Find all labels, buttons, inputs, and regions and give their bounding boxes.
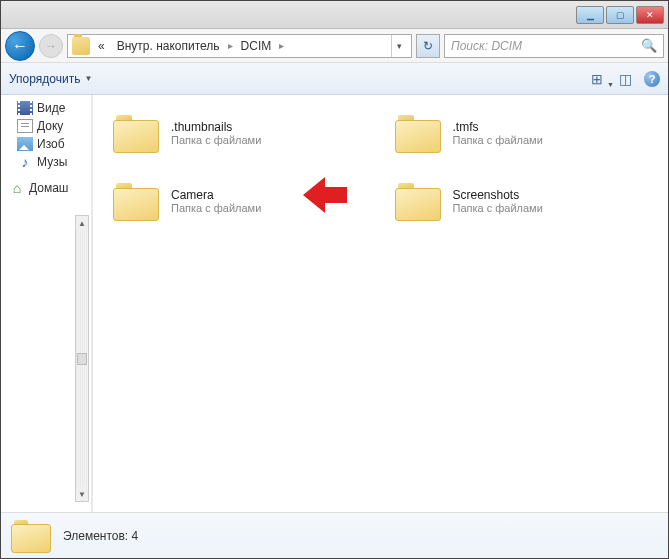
refresh-icon: ↻: [423, 39, 433, 53]
folder-item-tmfs[interactable]: .tmfs Папка с файлами: [391, 105, 653, 161]
close-button[interactable]: ✕: [636, 6, 664, 24]
nav-bar: ← → « Внутр. накопитель ▸ DCIM ▸ ▾ ↻ Пои…: [1, 29, 668, 63]
sidebar-item-label: Музы: [37, 155, 67, 169]
breadcrumb-prefix: «: [94, 37, 109, 55]
minimize-button[interactable]: ▁: [576, 6, 604, 24]
title-bar: ▁ ▢ ✕: [1, 1, 668, 29]
address-bar[interactable]: « Внутр. накопитель ▸ DCIM ▸ ▾: [67, 34, 412, 58]
window-controls: ▁ ▢ ✕: [576, 6, 664, 24]
help-icon: ?: [649, 73, 656, 85]
arrow-right-icon: →: [45, 39, 57, 53]
item-text: Screenshots Папка с файлами: [453, 188, 543, 214]
sidebar-scrollbar[interactable]: ▲ ▼: [75, 215, 89, 502]
sidebar-item-label: Изоб: [37, 137, 65, 151]
folder-item-screenshots[interactable]: Screenshots Папка с файлами: [391, 173, 653, 229]
scroll-up-icon[interactable]: ▲: [76, 216, 88, 230]
item-name: .tmfs: [453, 120, 543, 134]
sidebar-item-label: Виде: [37, 101, 65, 115]
sidebar-item-homegroup[interactable]: ⌂ Домаш: [3, 171, 89, 197]
status-bar: Элементов: 4: [1, 512, 668, 558]
annotation-arrow-icon: [321, 187, 347, 203]
scroll-down-icon[interactable]: ▼: [76, 487, 88, 501]
item-text: .tmfs Папка с файлами: [453, 120, 543, 146]
search-input[interactable]: Поиск: DCIM 🔍: [444, 34, 664, 58]
forward-button[interactable]: →: [39, 34, 63, 58]
chevron-down-icon: ▼: [607, 81, 614, 88]
pane-icon: ◫: [619, 71, 632, 87]
item-type: Папка с файлами: [171, 134, 261, 146]
item-text: .thumbnails Папка с файлами: [171, 120, 261, 146]
explorer-window: ▁ ▢ ✕ ← → « Внутр. накопитель ▸ DCIM ▸ ▾…: [0, 0, 669, 559]
toolbar: Упорядочить ▼ ⊞ ▼ ◫ ?: [1, 63, 668, 95]
back-button[interactable]: ←: [5, 31, 35, 61]
item-name: .thumbnails: [171, 120, 261, 134]
item-name: Screenshots: [453, 188, 543, 202]
chevron-right-icon[interactable]: ▸: [279, 40, 284, 51]
organize-menu[interactable]: Упорядочить ▼: [9, 72, 92, 86]
address-dropdown[interactable]: ▾: [391, 35, 407, 57]
sidebar-item-pictures[interactable]: Изоб: [3, 135, 89, 153]
refresh-button[interactable]: ↻: [416, 34, 440, 58]
folder-icon: [395, 181, 441, 221]
sidebar-item-label: Домаш: [29, 181, 69, 195]
folder-icon: [11, 519, 51, 553]
item-text: Camera Папка с файлами: [171, 188, 261, 214]
search-placeholder: Поиск: DCIM: [451, 39, 522, 53]
picture-icon: [17, 137, 33, 151]
view-icon: ⊞: [591, 71, 603, 87]
body: Виде Доку Изоб ♪ Музы ⌂ Домаш ▲ ▼: [1, 95, 668, 512]
arrow-left-icon: ←: [12, 37, 28, 55]
status-elements-count: Элементов: 4: [63, 529, 138, 543]
toolbar-right: ⊞ ▼ ◫ ?: [588, 70, 660, 88]
preview-pane-button[interactable]: ◫: [616, 70, 634, 88]
organize-label: Упорядочить: [9, 72, 80, 86]
sidebar-item-music[interactable]: ♪ Музы: [3, 153, 89, 171]
document-icon: [17, 119, 33, 133]
sidebar-item-label: Доку: [37, 119, 63, 133]
content-area[interactable]: .thumbnails Папка с файлами .tmfs Папка …: [93, 95, 668, 512]
search-icon: 🔍: [641, 38, 657, 53]
music-icon: ♪: [17, 155, 33, 169]
items-grid: .thumbnails Папка с файлами .tmfs Папка …: [109, 105, 652, 229]
homegroup-icon: ⌂: [9, 181, 25, 195]
sidebar-item-documents[interactable]: Доку: [3, 117, 89, 135]
folder-item-thumbnails[interactable]: .thumbnails Папка с файлами: [109, 105, 371, 161]
item-type: Папка с файлами: [171, 202, 261, 214]
maximize-button[interactable]: ▢: [606, 6, 634, 24]
video-icon: [17, 101, 33, 115]
chevron-right-icon[interactable]: ▸: [228, 40, 233, 51]
scroll-track[interactable]: [76, 230, 88, 487]
folder-icon: [113, 113, 159, 153]
item-name: Camera: [171, 188, 261, 202]
item-type: Папка с файлами: [453, 202, 543, 214]
scroll-grip[interactable]: [77, 353, 87, 365]
breadcrumb-parent[interactable]: Внутр. накопитель: [113, 37, 224, 55]
folder-icon: [72, 37, 90, 55]
folder-icon: [113, 181, 159, 221]
sidebar: Виде Доку Изоб ♪ Музы ⌂ Домаш ▲ ▼: [1, 95, 91, 512]
help-button[interactable]: ?: [644, 71, 660, 87]
folder-icon: [395, 113, 441, 153]
breadcrumb-current[interactable]: DCIM: [237, 37, 276, 55]
sidebar-item-videos[interactable]: Виде: [3, 99, 89, 117]
item-type: Папка с файлами: [453, 134, 543, 146]
view-options-button[interactable]: ⊞ ▼: [588, 70, 606, 88]
chevron-down-icon: ▼: [84, 74, 92, 83]
